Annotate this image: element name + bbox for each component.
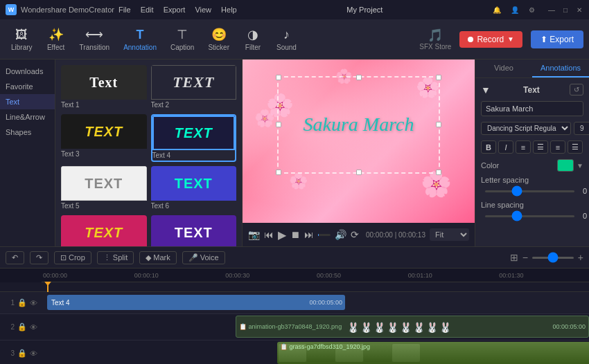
ann-thumb-2: TEXT	[151, 65, 237, 100]
ann-thumb-8: TEXT	[151, 215, 237, 246]
ann-label-1: Text 1	[61, 100, 147, 110]
fullscreen-btn[interactable]: ⟳	[351, 229, 359, 240]
app-logo: W	[6, 4, 17, 15]
right-tabs: Video Annotations	[475, 60, 589, 78]
zoom-in-btn[interactable]: +	[578, 252, 583, 263]
left-item-downloads[interactable]: Downloads	[0, 64, 55, 79]
sound-icon: ♪	[283, 28, 290, 42]
annotation-item-8[interactable]: TEXT Text 8	[151, 215, 237, 246]
track-eye-1[interactable]: 👁	[30, 299, 37, 307]
annotation-item-7[interactable]: TEXT Text 7	[61, 215, 147, 246]
tool-transition[interactable]: ⟷ Transition	[74, 24, 116, 54]
annotation-item-1[interactable]: Text Text 1	[61, 65, 147, 110]
crop-btn[interactable]: ⊡ Crop	[54, 251, 91, 264]
titlebar-left: W Wondershare DemoCreator File Edit Expo…	[6, 4, 237, 15]
track-controls-2: 2 🔒 👁	[0, 322, 42, 331]
minimize-btn[interactable]: —	[547, 6, 556, 14]
font-size-select[interactable]: 96 72 48	[574, 122, 589, 135]
menu-view[interactable]: View	[195, 6, 211, 14]
bold-btn[interactable]: B	[481, 140, 496, 154]
mark-btn[interactable]: ◆ Mark	[139, 251, 176, 264]
annotation-item-4[interactable]: TEXT Text 4	[151, 114, 237, 162]
sticker-icon: 😊	[211, 27, 227, 42]
menu-file[interactable]: File	[118, 6, 131, 14]
track-lock-2[interactable]: 🔒	[17, 322, 27, 331]
left-item-favorite[interactable]: Favorite	[0, 79, 55, 94]
text-input[interactable]	[481, 101, 583, 116]
list-btn[interactable]: ☰	[568, 140, 583, 154]
export-button[interactable]: ⬆ Export	[531, 30, 583, 48]
italic-btn[interactable]: I	[498, 140, 513, 154]
annotation-item-2[interactable]: TEXT Text 2	[151, 65, 237, 110]
track-lock-1[interactable]: 🔒	[17, 298, 27, 307]
annotation-item-5[interactable]: TEXT Text 5	[61, 166, 147, 211]
playhead-row	[0, 282, 589, 292]
letter-spacing-slider[interactable]	[485, 190, 574, 192]
ann-label-3: Text 3	[61, 149, 147, 159]
animation-clip[interactable]: 📋 animation-gb377a0848_1920.png 00:00:05…	[236, 316, 589, 338]
preview-wrapper: 🌸 🌸 🌸 🌸 🌸 🌸 Sakura March	[243, 60, 475, 246]
track-lock-3[interactable]: 🔒	[17, 349, 27, 358]
color-dropdown-icon[interactable]: ▼	[577, 162, 583, 170]
sfx-icon: 🎵	[428, 28, 443, 43]
zoom-fit-btn[interactable]: ⊞	[510, 252, 518, 263]
microphone-icon: 🎤	[188, 253, 198, 262]
color-swatch[interactable]	[557, 159, 574, 172]
tool-sticker[interactable]: 😊 Sticker	[202, 24, 235, 54]
tool-annotation[interactable]: T Annotation	[118, 25, 162, 54]
zoom-slider[interactable]	[532, 257, 574, 259]
annotation-panel: Text Text 1 TEXT Text 2 TEXT Text 3 TEXT…	[55, 60, 243, 246]
ann-thumb-6: TEXT	[151, 166, 237, 201]
left-item-shapes[interactable]: Shapes	[0, 125, 55, 140]
voice-btn[interactable]: 🎤 Voice	[182, 251, 225, 264]
tab-annotations[interactable]: Annotations	[532, 60, 589, 78]
close-btn[interactable]: ✕	[575, 6, 583, 14]
time-display: 00:00:00 | 00:00:13	[366, 231, 425, 239]
tab-video[interactable]: Video	[475, 60, 532, 78]
tool-caption[interactable]: ⊤ Caption	[165, 24, 200, 54]
tool-effect[interactable]: ✨ Effect	[41, 24, 71, 54]
left-item-text[interactable]: Text	[0, 94, 55, 109]
align-left-btn[interactable]: ≡	[516, 140, 531, 154]
menu-help[interactable]: Help	[221, 6, 237, 14]
play-btn[interactable]: ▶	[278, 228, 286, 242]
screenshot-btn[interactable]: 📷	[248, 229, 260, 240]
progress-bar[interactable]	[318, 234, 331, 236]
stop-btn[interactable]: ⏹	[290, 229, 300, 240]
track-clip-text[interactable]: Text 4 00:00:05:00	[47, 295, 345, 310]
volume-btn[interactable]: 🔊	[335, 229, 346, 240]
reset-button[interactable]: ↺	[570, 84, 583, 95]
ann-thumb-3: TEXT	[61, 114, 147, 149]
track-eye-3[interactable]: 👁	[30, 349, 37, 358]
expand-icon[interactable]: ▼	[481, 84, 491, 95]
record-button[interactable]: Record ▼	[459, 31, 522, 48]
preview-controls: 📷 ⏮ ▶ ⏹ ⏭ 🔊 ⟳ 00:00:00 | 00:00:13 Fit 10…	[243, 223, 475, 246]
maximize-btn[interactable]: □	[561, 6, 570, 14]
prev-btn[interactable]: ⏮	[264, 229, 274, 240]
menu-export[interactable]: Export	[164, 6, 186, 14]
zoom-out-btn[interactable]: −	[522, 252, 528, 263]
letter-spacing-row: Letter spacing	[481, 176, 583, 184]
align-center-btn[interactable]: ☰	[533, 140, 548, 154]
track-eye-2[interactable]: 👁	[30, 323, 37, 331]
align-right-btn[interactable]: ≡	[550, 140, 565, 154]
grass-clip[interactable]: 📋 grass-ga7dfbsd310_1920.jpg 00:00:05:00	[277, 342, 589, 364]
left-item-linearrow[interactable]: Line&Arrow	[0, 109, 55, 125]
color-label: Color	[481, 161, 499, 170]
line-spacing-slider[interactable]	[485, 215, 574, 217]
tool-filter[interactable]: ◑ Filter	[238, 24, 268, 54]
sfx-store-btn[interactable]: 🎵 SFX Store	[414, 25, 457, 53]
decor-flowers5: 🌸	[289, 172, 308, 190]
font-select[interactable]: Dancing Script Regula	[481, 122, 571, 135]
annotation-item-6[interactable]: TEXT Text 6	[151, 166, 237, 211]
ann-thumb-4: TEXT	[152, 116, 236, 150]
tool-sound[interactable]: ♪ Sound	[271, 25, 302, 54]
menu-edit[interactable]: Edit	[141, 6, 154, 14]
fit-select[interactable]: Fit 100% 50%	[430, 228, 469, 241]
redo-btn[interactable]: ↷	[30, 251, 49, 264]
tool-library[interactable]: 🖼 Library	[6, 25, 38, 54]
undo-btn[interactable]: ↶	[6, 251, 24, 264]
split-btn[interactable]: ⋮ Split	[97, 251, 134, 264]
annotation-item-3[interactable]: TEXT Text 3	[61, 114, 147, 162]
next-btn[interactable]: ⏭	[304, 229, 314, 240]
